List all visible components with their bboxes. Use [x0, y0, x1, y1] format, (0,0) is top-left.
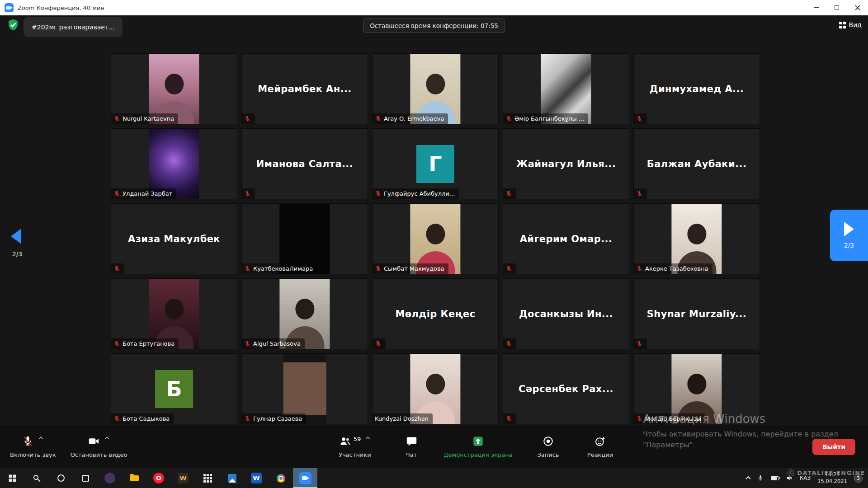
tray-expand-caret-icon[interactable]: [745, 476, 750, 481]
cortana-icon: [57, 474, 65, 482]
photos-app-button[interactable]: [220, 468, 244, 488]
word-button[interactable]: W: [244, 468, 269, 488]
minimize-icon: [814, 7, 819, 8]
participant-tile[interactable]: Бота Ертуганова: [111, 278, 237, 349]
app-dark-circle-button-icon: [104, 473, 115, 483]
participant-name: Динмухамед А...: [634, 54, 760, 124]
record-button[interactable]: Запись: [522, 425, 574, 468]
chat-button[interactable]: Чат: [389, 425, 434, 468]
next-page-button[interactable]: 2/3: [830, 210, 868, 261]
game-app-button[interactable]: W: [171, 468, 195, 488]
participant-tile[interactable]: Улданай Зарбат: [111, 128, 237, 199]
tray-mic-icon[interactable]: [757, 474, 764, 482]
participant-tile[interactable]: Әмір Балғынбекұлы ...: [503, 53, 629, 124]
muted-mic-icon: [113, 415, 120, 422]
battery-icon[interactable]: [771, 476, 779, 480]
muted-mic-icon: [636, 115, 643, 122]
participant-tile[interactable]: Shynar Murzaliy...: [633, 278, 760, 349]
chat-icon: [406, 435, 418, 447]
participant-label: КуатбековаЛимара: [242, 263, 317, 274]
reactions-icon: [594, 435, 606, 447]
close-button[interactable]: [847, 0, 868, 15]
leave-button[interactable]: Выйти: [812, 439, 855, 455]
participant-tile[interactable]: Азиза Макулбек: [111, 203, 237, 274]
chat-label: Чат: [406, 451, 417, 458]
participant-label: Бота Ертуганова: [111, 338, 179, 349]
muted-mic-icon: [505, 265, 512, 272]
muted-mic-icon: [113, 265, 120, 272]
participant-tile[interactable]: Акерке Тазабековна: [633, 203, 760, 274]
participant-label: Мөлдір Берікқызы: [634, 413, 705, 424]
search-button[interactable]: [24, 468, 49, 488]
participant-name: Жайнагул Илья...: [503, 129, 629, 199]
participant-tile[interactable]: Kundyzai Doszhan: [372, 353, 499, 424]
zoom-app-button[interactable]: [293, 468, 317, 488]
game-app-button-icon: W: [178, 473, 189, 483]
page-indicator-right: 2/3: [844, 242, 854, 249]
stop-video-button[interactable]: Остановить видео: [63, 425, 135, 468]
taskbar-clock[interactable]: 14:27 15.04.2021: [817, 471, 847, 485]
participant-label: Nurgul Kartaevna: [111, 113, 178, 124]
share-screen-button[interactable]: Демонстрация экрана: [434, 425, 522, 468]
muted-mic-icon: [505, 415, 512, 422]
participant-tile[interactable]: Гулнар Сазаева: [241, 353, 368, 424]
volume-icon[interactable]: [786, 474, 793, 482]
participant-tile[interactable]: ГГулфайрус Абибулли...: [372, 128, 499, 199]
participant-tile[interactable]: Айгерим Омар...: [503, 203, 629, 274]
participant-label: Акерке Тазабековна: [634, 263, 712, 274]
video-options-caret-icon[interactable]: [104, 435, 110, 441]
participant-tile[interactable]: Сымбат Махмудова: [372, 203, 499, 274]
file-explorer-button[interactable]: [122, 468, 146, 488]
system-tray: КАЗ 14:27 15.04.2021 3: [746, 468, 868, 488]
search-icon: [33, 475, 38, 480]
participant-name: Гулнар Сазаева: [253, 415, 302, 422]
participant-tile[interactable]: Динмухамед А...: [633, 53, 760, 124]
unmute-button[interactable]: Включить звук: [3, 425, 63, 468]
participant-label: [242, 188, 255, 199]
cortana-button[interactable]: [49, 468, 73, 488]
participant-tile[interactable]: Балжан Аубаки...: [633, 128, 760, 199]
participants-button[interactable]: 59 Участники: [321, 425, 389, 468]
view-button[interactable]: Вид: [839, 21, 862, 28]
participant-name: Shynar Murzaliy...: [634, 279, 760, 349]
notification-badge[interactable]: 3: [854, 474, 863, 483]
calculator-button[interactable]: [195, 468, 220, 488]
participant-tile[interactable]: Мөлдір Кеңес: [372, 278, 499, 349]
participant-tile[interactable]: Мейрамбек Ан...: [241, 53, 368, 124]
stop-video-label: Остановить видео: [71, 451, 127, 458]
muted-mic-icon: [113, 115, 120, 122]
muted-mic-icon: [636, 415, 643, 422]
participant-tile[interactable]: Досанкызы Ин...: [503, 278, 629, 349]
previous-page-arrow[interactable]: [11, 229, 21, 244]
task-view-button[interactable]: [73, 468, 98, 488]
participant-tile[interactable]: Мөлдір Берікқызы: [633, 353, 760, 424]
participant-tile[interactable]: КуатбековаЛимара: [241, 203, 368, 274]
participant-tile[interactable]: Сәрсенбек Рах...: [503, 353, 629, 424]
participant-tile[interactable]: Жайнагул Илья...: [503, 128, 629, 199]
maximize-button[interactable]: [826, 0, 847, 15]
muted-mic-icon: [244, 340, 251, 347]
participant-name: Мөлдір Берікқызы: [645, 415, 701, 422]
meeting-timer: Оставшееся время конференции: 07:55: [363, 19, 505, 33]
participant-name: Aray O. Ermekbaeva: [384, 115, 444, 122]
opera-button[interactable]: O: [146, 468, 171, 488]
app-dark-circle-button[interactable]: [98, 468, 122, 488]
participant-tile[interactable]: Aray O. Ermekbaeva: [372, 53, 499, 124]
minimize-button[interactable]: [806, 0, 826, 15]
security-shield-icon[interactable]: [6, 18, 20, 32]
active-speaker-label[interactable]: #202мг разговаривает...: [24, 17, 123, 37]
participant-label: Сымбат Махмудова: [373, 263, 448, 274]
participant-name: Айгерим Омар...: [503, 204, 629, 274]
start-button[interactable]: [0, 468, 24, 488]
chrome-button[interactable]: [269, 468, 293, 488]
participant-tile[interactable]: Иманова Салта...: [241, 128, 368, 199]
reactions-button[interactable]: Реакции: [574, 425, 626, 468]
participant-label: [373, 338, 386, 349]
participant-tile[interactable]: Nurgul Kartaevna: [111, 53, 237, 124]
mic-options-caret-icon[interactable]: [38, 435, 44, 441]
participants-caret-icon[interactable]: [365, 435, 371, 441]
keyboard-language-indicator[interactable]: КАЗ: [800, 475, 811, 481]
participant-tile[interactable]: ББота Садыкова: [111, 353, 237, 424]
participant-name: Бота Садыкова: [123, 415, 170, 422]
participant-tile[interactable]: Aigul Sarbasova: [241, 278, 368, 349]
